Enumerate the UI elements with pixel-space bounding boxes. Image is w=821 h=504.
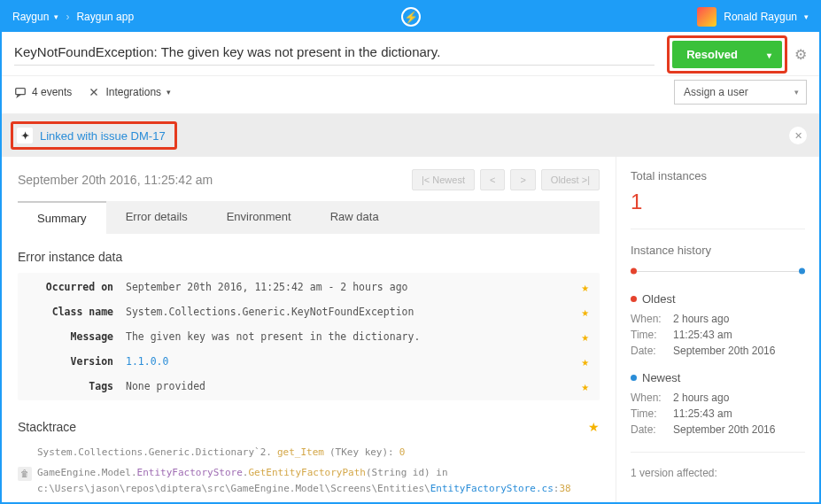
chevron-down-icon: ▾ (167, 88, 171, 97)
avatar (697, 7, 716, 27)
stack-line: 🗑 GameEngine.Model.GameSerializer.SaveEn… (18, 500, 600, 504)
close-icon[interactable]: ✕ (789, 127, 807, 144)
stacktrace: System.Collections.Generic.Dictionary`2.… (18, 443, 600, 504)
timeline-chart (631, 268, 805, 275)
bucket-icon[interactable]: 🗑 (18, 467, 32, 481)
username: Ronald Raygun (724, 11, 797, 23)
stack-line: System.Collections.Generic.Dictionary`2.… (18, 443, 600, 463)
instance-timestamp: September 20th 2016, 11:25:42 am (18, 173, 213, 187)
tab-summary[interactable]: Summary (18, 201, 106, 234)
nav-prev-button[interactable]: < (480, 169, 505, 190)
table-row: Class nameSystem.Collections.Generic.Key… (18, 299, 600, 324)
integrations-link[interactable]: Integrations ▾ (88, 86, 171, 98)
stack-line: 🗑 GameEngine.Model.EntityFactoryStore.Ge… (18, 463, 600, 500)
tab-raw-data[interactable]: Raw data (311, 201, 399, 234)
legend-oldest: Oldest When:2 hours ago Time:11:25:43 am… (631, 292, 805, 359)
nav-newest-button[interactable]: |< Newest (412, 169, 475, 190)
svg-rect-0 (16, 89, 26, 95)
breadcrumb-root[interactable]: Raygun ▾ (12, 11, 58, 23)
integrations-icon (88, 86, 100, 98)
sidebar-right: Total instances 1 Instance history Oldes… (616, 157, 819, 504)
tab-error-details[interactable]: Error details (106, 201, 207, 234)
instance-history-label: Instance history (631, 244, 805, 257)
breadcrumb: Raygun ▾ › Raygun app (12, 11, 134, 23)
nav-next-button[interactable]: > (510, 169, 535, 190)
user-menu[interactable]: Ronald Raygun ▾ (697, 7, 809, 27)
logo-bolt-icon[interactable]: ⚡ (401, 7, 421, 27)
highlight-box: ✦ Linked with issue DM-17 (11, 121, 177, 150)
dot-icon (631, 375, 637, 381)
page-title: KeyNotFoundException: The given key was … (14, 44, 654, 66)
breadcrumb-app[interactable]: Raygun app (76, 11, 134, 23)
events-link[interactable]: 4 events (14, 86, 72, 98)
status-button[interactable]: Resolved (672, 41, 782, 68)
table-row: MessageThe given key was not present in … (18, 324, 600, 349)
breadcrumb-separator: › (66, 11, 69, 23)
timeline-oldest-dot (631, 268, 637, 275)
tab-bar: Summary Error details Environment Raw da… (18, 201, 600, 234)
star-icon[interactable]: ★ (582, 379, 589, 393)
error-data-table: Occurred onSeptember 20th 2016, 11:25:42… (18, 273, 600, 400)
linked-issue-bar: ✦ Linked with issue DM-17 ✕ (2, 114, 819, 157)
star-icon[interactable]: ★ (582, 305, 589, 319)
total-instances-value: 1 (631, 190, 805, 214)
assign-user-dropdown[interactable]: Assign a user (674, 80, 807, 105)
legend-newest: Newest When:2 hours ago Time:11:25:43 am… (631, 371, 805, 438)
nav-oldest-button[interactable]: Oldest >| (541, 169, 600, 190)
instance-nav: |< Newest < > Oldest >| (412, 169, 600, 190)
table-row: Occurred onSeptember 20th 2016, 11:25:42… (18, 275, 600, 299)
title-bar: KeyNotFoundException: The given key was … (2, 32, 819, 76)
top-nav-bar: Raygun ▾ › Raygun app ⚡ Ronald Raygun ▾ (2, 2, 819, 32)
star-icon[interactable]: ★ (588, 420, 600, 434)
star-icon[interactable]: ★ (582, 330, 589, 344)
tab-environment[interactable]: Environment (207, 201, 311, 234)
star-icon[interactable]: ★ (582, 280, 589, 294)
version-affected-label: 1 version affected: (631, 467, 805, 479)
main-content: September 20th 2016, 11:25:42 am |< Newe… (2, 157, 616, 504)
timeline-newest-dot (799, 268, 805, 275)
gear-icon[interactable]: ⚙ (794, 46, 807, 63)
star-icon[interactable]: ★ (582, 354, 589, 368)
dot-icon (631, 296, 637, 302)
sub-toolbar: 4 events Integrations ▾ Assign a user (2, 76, 819, 114)
table-row: Version1.1.0.0★ (18, 349, 600, 374)
table-row: TagsNone provided★ (18, 374, 600, 399)
total-instances-label: Total instances (631, 169, 805, 182)
section-title: Error instance data (18, 250, 600, 264)
jira-icon: ✦ (17, 128, 33, 143)
chevron-down-icon: ▾ (804, 12, 809, 21)
linked-issue-link[interactable]: Linked with issue DM-17 (40, 129, 166, 143)
chat-icon (14, 86, 27, 98)
section-title: Stacktrace (18, 420, 76, 434)
